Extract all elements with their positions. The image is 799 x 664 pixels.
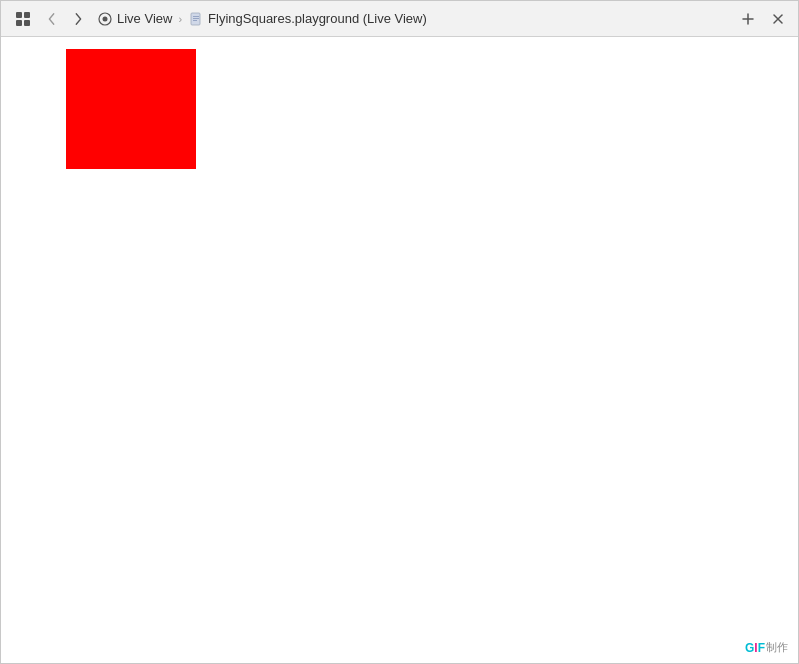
svg-rect-6 [191,13,200,25]
toolbar-actions [736,7,790,31]
svg-point-5 [103,16,108,21]
close-tab-button[interactable] [766,7,790,31]
content-area: GIF 制作 [1,37,798,663]
forward-button[interactable] [67,7,89,31]
watermark: GIF 制作 [745,640,788,655]
watermark-gif-label: GIF [745,641,765,655]
breadcrumb: Live View › FlyingSquares.playground (Li… [97,11,427,27]
breadcrumb-file[interactable]: FlyingSquares.playground (Live View) [188,11,427,27]
watermark-make-label: 制作 [766,640,788,655]
grid-button[interactable] [9,7,37,31]
svg-rect-2 [16,20,22,26]
breadcrumb-live-view[interactable]: Live View [97,11,172,27]
live-view-label: Live View [117,11,172,26]
playground-file-icon [188,11,204,27]
red-square [66,49,196,169]
add-tab-button[interactable] [736,7,760,31]
svg-rect-3 [24,20,30,26]
toolbar: Live View › FlyingSquares.playground (Li… [1,1,798,37]
live-view-icon [97,11,113,27]
back-button[interactable] [41,7,63,31]
file-label: FlyingSquares.playground (Live View) [208,11,427,26]
window: Live View › FlyingSquares.playground (Li… [0,0,799,664]
breadcrumb-separator: › [178,13,182,25]
svg-rect-1 [24,12,30,18]
svg-rect-0 [16,12,22,18]
